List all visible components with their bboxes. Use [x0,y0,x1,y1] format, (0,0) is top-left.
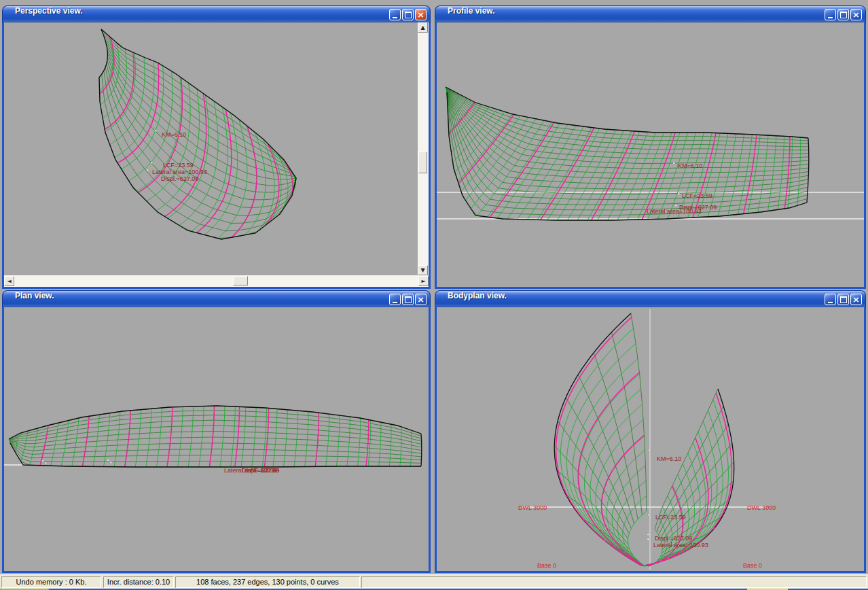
lcf-annotation: LCF=23.59 [682,192,712,199]
minimize-button[interactable] [825,294,836,305]
window-title: Profile view. [448,6,495,16]
scroll-down-button[interactable]: ▼ [418,265,428,275]
titlebar-plan[interactable]: Plan view. × [2,290,431,307]
vertical-scroll-thumb[interactable] [418,152,427,173]
maximize-button[interactable] [837,294,849,305]
maximize-button[interactable] [837,9,849,20]
titlebar-profile[interactable]: Profile view. × [435,5,866,22]
close-button[interactable]: × [415,9,427,20]
titlebar-bodyplan[interactable]: Bodyplan view. × [435,290,866,307]
perspective-canvas[interactable]: KM=6.10LCF=23.59Lateral area=100.93Displ… [4,22,418,275]
viewport-plan: Lateral area=100.93Displ.=627.09LCF=23.5… [2,307,431,573]
minimize-button[interactable] [825,9,836,20]
minimize-icon [828,17,833,18]
maximize-icon [840,296,847,303]
scroll-up-icon: ▲ [420,24,424,31]
km-annotation: KM=6.10 [657,455,681,462]
viewport-perspective: KM=6.10LCF=23.59Lateral area=100.93Displ… [2,22,431,289]
scroll-left-button[interactable]: ◄ [4,276,14,286]
plan-hull-mesh [9,406,422,467]
bodyplan-canvas[interactable]: KM=6.10LCF=23.59Displ.=627.09Lateral are… [437,307,864,571]
lcf-annotation: LCF=23.59 [163,162,194,169]
scroll-up-button[interactable]: ▲ [418,22,428,33]
window-controls: × [825,9,862,20]
status-empty-panel [361,576,867,588]
close-button[interactable]: × [850,9,862,20]
window-title: Bodyplan view. [448,291,507,300]
displacement-annotation: Displ.=627.09 [655,535,692,542]
close-icon: × [852,295,860,304]
lateral-area-annotation: Lateral area=100.93 [647,208,702,215]
window-title: Perspective view. [15,6,83,16]
window-controls: × [389,294,427,305]
close-icon: × [852,10,860,19]
window-controls: × [389,9,427,20]
perspective-hull-mesh [99,29,296,239]
scroll-right-icon: ► [421,278,425,284]
close-button[interactable]: × [850,294,862,305]
profile-reference-lines [437,192,864,219]
profile-canvas[interactable]: KM=6.10LCF=23.59Displ.=627.09Lateral are… [437,22,864,287]
maximize-icon [405,296,412,303]
window-title: Plan view. [15,291,54,300]
window-perspective: Perspective view. × KM=6.10LCF=23.59Late… [2,5,431,289]
horizontal-scrollbar[interactable]: ◄ ► [4,275,429,287]
displacement-annotation: Displ.=627.09 [161,175,198,182]
titlebar-perspective[interactable]: Perspective view. × [2,5,431,22]
close-button[interactable]: × [415,294,427,305]
base-left-label: Base 0 [537,562,556,569]
viewport-bodyplan: KM=6.10LCF=23.59Displ.=627.09Lateral are… [435,307,866,573]
km-annotation: KM=6.10 [162,131,186,138]
close-icon: × [417,10,424,19]
lcf-annotation: LCF=23.59 [655,514,686,521]
viewport-profile: KM=6.10LCF=23.59Displ.=627.09Lateral are… [435,22,866,289]
maximize-button[interactable] [402,9,414,20]
minimize-button[interactable] [389,9,401,20]
dwl-left-label: DWL 3000 [518,504,547,511]
minimize-button[interactable] [389,294,401,305]
lateral-area-annotation: Lateral area=100.93 [152,169,207,175]
horizontal-scroll-thumb[interactable] [233,276,248,285]
scroll-left-icon: ◄ [7,278,11,284]
maximize-icon [405,12,412,18]
minimize-icon [393,17,397,18]
status-model-stats: 108 faces, 237 edges, 130 points, 0 curv… [175,576,360,588]
maximize-button[interactable] [402,294,414,305]
scroll-down-icon: ▼ [420,267,424,273]
km-annotation: KM=6.10 [678,162,702,169]
window-controls: × [825,294,862,305]
lateral-area-annotation: Lateral area=100.93 [653,542,708,549]
window-profile: Profile view. × KM=6.10LCF=23.59Displ.=6… [435,5,866,289]
status-undo-memory: Undo memory : 0 Kb. [1,576,101,588]
window-plan: Plan view. × Lateral area=100.93Displ.=6… [2,290,431,573]
plan-canvas[interactable]: Lateral area=100.93Displ.=627.09LCF=23.5… [4,307,429,571]
bodyplan-annotations: KM=6.10LCF=23.59Displ.=627.09Lateral are… [518,449,776,569]
lcf-annotation: LCF=23.59 [247,467,277,474]
vertical-scrollbar[interactable]: ▲ ▼ [418,22,429,275]
bodyplan-reference-lines [522,309,766,570]
dwl-right-label: DWL 3000 [747,504,776,511]
window-bodyplan: Bodyplan view. × KM=6.10LCF=23.59Displ.=… [435,290,866,573]
bodyplan-aft-sections [554,313,647,566]
app-workspace: Perspective view. × KM=6.10LCF=23.59Late… [0,0,868,590]
status-bar: Undo memory : 0 Kb. Incr. distance: 0.10… [0,574,868,589]
scroll-right-button[interactable]: ► [418,276,429,286]
status-incr-distance: Incr. distance: 0.10 [103,576,174,588]
maximize-icon [840,12,847,18]
profile-hull-mesh [446,87,809,220]
base-right-label: Base 0 [743,562,762,569]
minimize-icon [828,302,833,303]
close-icon: × [417,295,424,304]
minimize-icon [393,302,397,303]
